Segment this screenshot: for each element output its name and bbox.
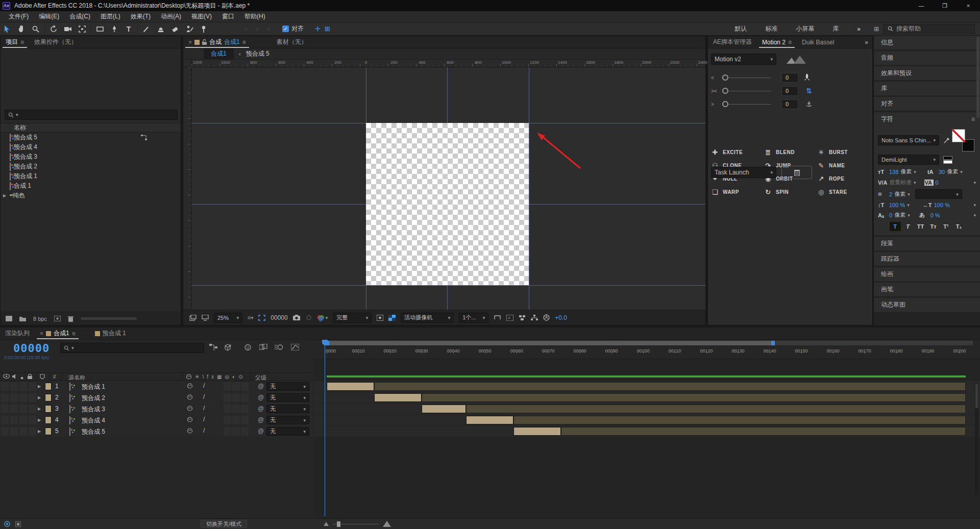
- grid-guides-icon[interactable]: ⌗▾: [248, 314, 253, 321]
- timeline-zoom-thumb[interactable]: [337, 521, 340, 527]
- slider-value-input[interactable]: 0: [781, 86, 798, 96]
- baseline-shift-value[interactable]: 0: [889, 212, 892, 218]
- layer-name[interactable]: 预合成 1: [82, 383, 105, 391]
- fill-stroke-swatches[interactable]: [952, 129, 974, 152]
- zoom-level-dropdown[interactable]: 25%▾: [214, 313, 242, 323]
- task-launch-dropdown[interactable]: Task Launch▾: [711, 167, 776, 178]
- clone-stamp-tool-icon[interactable]: [154, 23, 168, 35]
- snap-toggle[interactable]: ✓ 对齐: [282, 24, 304, 33]
- frame-blending-icon[interactable]: [259, 344, 267, 350]
- frame-number-readout[interactable]: 00000: [271, 314, 287, 321]
- work-area-bar[interactable]: [327, 341, 773, 345]
- expand-caret[interactable]: ▶: [38, 429, 41, 434]
- panel-menu-icon[interactable]: ≡: [971, 116, 975, 123]
- horizontal-ruler[interactable]: 1200100080060040020002004006008001000120…: [191, 60, 705, 67]
- motion-button-rope[interactable]: ↗ROPE: [817, 172, 870, 185]
- 3d-switch[interactable]: [241, 382, 249, 391]
- close-button[interactable]: ×: [957, 0, 980, 11]
- fx-switch[interactable]: [224, 427, 231, 436]
- motion-blur-switch[interactable]: [232, 393, 240, 402]
- dropdown-icon[interactable]: ▾: [908, 213, 910, 218]
- slider-value-input[interactable]: 0: [781, 73, 798, 83]
- close-tab-icon[interactable]: ×: [188, 39, 192, 46]
- show-snapshot-icon[interactable]: [305, 315, 312, 320]
- slider-knob[interactable]: [722, 101, 728, 107]
- layer-duration-bar[interactable]: [422, 405, 466, 413]
- panel-menu-icon[interactable]: ≡: [20, 39, 24, 46]
- video-toggle[interactable]: [1, 405, 9, 413]
- slider-knob[interactable]: [722, 74, 728, 81]
- eraser-tool-icon[interactable]: [168, 23, 182, 35]
- brush-tool-icon[interactable]: [139, 23, 154, 35]
- eyedropper-icon[interactable]: [943, 137, 950, 144]
- panel-overflow-icon[interactable]: »: [865, 39, 872, 46]
- vertical-scale-value[interactable]: 100 %: [889, 202, 905, 208]
- panel-menu-icon[interactable]: ≡: [72, 330, 76, 337]
- slider-track[interactable]: [722, 104, 771, 105]
- graph-editor-icon[interactable]: [291, 344, 299, 350]
- project-item[interactable]: ▶ 合成 1: [1, 181, 181, 191]
- timeline-layer-row[interactable]: ▶ 3 预合成 3 / @ 无▾: [0, 404, 312, 414]
- motion-blur-switch[interactable]: [232, 427, 240, 436]
- expand-caret[interactable]: ▶: [38, 395, 41, 400]
- font-style-dropdown[interactable]: DemiLight▾: [878, 155, 939, 165]
- shy-switch-icon[interactable]: [187, 394, 193, 400]
- project-item[interactable]: ▶ 预合成 2: [1, 162, 181, 171]
- sidebar-section-段落[interactable]: 段落: [874, 237, 980, 250]
- text-style-button-3[interactable]: Tᴛ: [928, 222, 939, 231]
- sidebar-section-画笔[interactable]: 画笔: [874, 283, 980, 296]
- pick-whip-icon[interactable]: @: [258, 405, 264, 412]
- motion-blur-icon[interactable]: [275, 344, 283, 350]
- layer-duration-bar[interactable]: [374, 393, 422, 402]
- zoom-tool-icon[interactable]: [29, 23, 43, 35]
- parent-dropdown[interactable]: 无▾: [266, 382, 309, 391]
- quality-switch-icon[interactable]: /: [203, 382, 205, 389]
- source-name-column-header[interactable]: 源名称: [68, 374, 85, 382]
- new-comp-icon[interactable]: [54, 316, 61, 321]
- parent-dropdown[interactable]: 无▾: [266, 405, 309, 413]
- motion-blur-switch[interactable]: [232, 405, 240, 413]
- kerning-value[interactable]: 度量标准: [889, 179, 912, 186]
- menu-动画(A)[interactable]: 动画(A): [156, 12, 186, 21]
- motion-button-stare[interactable]: ◎STARE: [817, 185, 870, 198]
- motion-button-blend[interactable]: ≣BLEND: [764, 145, 817, 159]
- hand-tool-icon[interactable]: [14, 23, 29, 35]
- layer-label-color[interactable]: [45, 383, 52, 390]
- tab-timeline-precomp[interactable]: 预合成 1: [90, 328, 131, 340]
- tab-render-queue[interactable]: 渲染队列: [0, 328, 35, 340]
- sidebar-section-效果和预设[interactable]: 效果和预设: [874, 66, 980, 80]
- workspace-overflow-icon[interactable]: »: [848, 26, 870, 33]
- maximize-button[interactable]: ❐: [933, 0, 957, 11]
- sidebar-section-动态草图[interactable]: 动态草图: [874, 298, 980, 312]
- tab-footage[interactable]: 素材（无）: [272, 36, 312, 48]
- snap-checkbox-icon[interactable]: ✓: [282, 26, 289, 32]
- solo-toggle[interactable]: [19, 427, 27, 436]
- text-style-button-1[interactable]: T: [902, 222, 914, 231]
- text-style-button-0[interactable]: T: [890, 222, 901, 231]
- sidebar-section-对齐[interactable]: 对齐: [874, 97, 980, 111]
- dropdown-icon[interactable]: ▾: [973, 180, 976, 185]
- 3d-switch[interactable]: [241, 427, 249, 436]
- audio-toggle[interactable]: [10, 427, 18, 436]
- expand-caret[interactable]: ▶: [38, 418, 41, 422]
- comp-mini-flowchart-icon[interactable]: [209, 344, 217, 351]
- layer-duration-bar[interactable]: [327, 382, 374, 391]
- motion-blur-switch[interactable]: [232, 382, 240, 391]
- tab-duik-bassel[interactable]: Duik Bassel: [797, 36, 839, 48]
- transparency-grid-icon[interactable]: [388, 315, 396, 321]
- slider-track[interactable]: [722, 78, 771, 78]
- expand-caret[interactable]: ▶: [38, 407, 41, 411]
- timeline-layer-row[interactable]: ▶ 1 预合成 1 / @ 无▾: [0, 381, 312, 392]
- shy-switch-icon[interactable]: [187, 417, 193, 422]
- vertical-ruler[interactable]: [183, 67, 191, 310]
- slider-knob[interactable]: [722, 88, 728, 94]
- fx-switch[interactable]: [224, 393, 231, 402]
- mountains-icon[interactable]: [786, 55, 808, 65]
- menu-帮助(H)[interactable]: 帮助(H): [240, 12, 270, 21]
- zoom-out-mountain-icon[interactable]: [324, 522, 329, 526]
- minimize-button[interactable]: —: [910, 0, 933, 11]
- toggle-switches-modes-button[interactable]: 切换开关/模式: [201, 520, 247, 528]
- flowchart-icon[interactable]: [531, 315, 538, 321]
- sidebar-section-信息[interactable]: 信息: [874, 36, 980, 49]
- 3d-switch[interactable]: [241, 405, 249, 413]
